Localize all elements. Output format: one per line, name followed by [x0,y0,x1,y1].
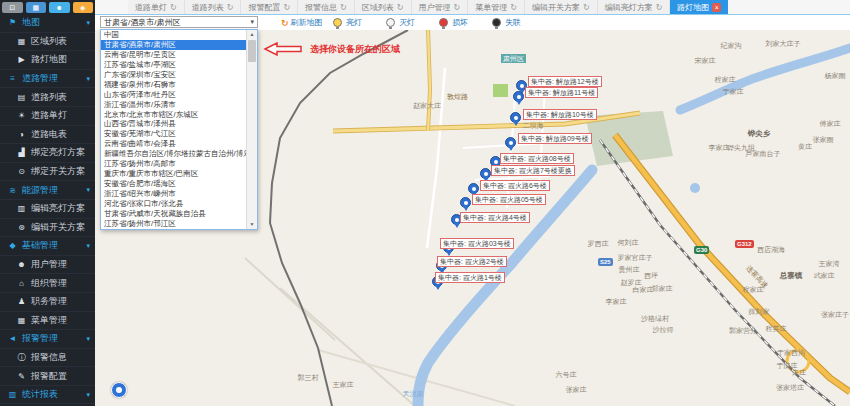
map-marker-label[interactable]: 集中器: 霞火路4号楼 [460,212,530,223]
sidebar-section-basic-mgmt[interactable]: ◆基础管理▾ [0,237,95,256]
map-marker-label[interactable]: 集中器: 霞火路03号楼 [440,238,514,249]
scrollbar-thumb[interactable] [248,40,256,62]
region-option[interactable]: 安徽省/芜湖市/弋江区 [101,129,246,139]
region-option[interactable]: 云南省/昆明市/呈贡区 [101,50,246,60]
region-option[interactable]: 山西省/晋城市/泽州县 [101,119,246,129]
region-option[interactable]: 安徽省/合肥市/瑶海区 [101,179,246,189]
sidebar-item-road-single-light[interactable]: ☀道路单灯 [0,107,95,126]
sidebar-item-edit-switch-plan[interactable]: ⊛编辑开关方案 [0,219,95,238]
region-option[interactable]: 重庆市/重庆市市辖区/巴南区 [101,169,246,179]
refresh-tab-icon[interactable]: ↻ [340,3,347,12]
map-marker-pin[interactable] [510,112,521,123]
sidebar-item-alarm-config[interactable]: ✎报警配置 [0,367,95,386]
map-marker-pin[interactable] [480,168,491,179]
refresh-tab-icon[interactable]: ↻ [583,3,590,12]
village-label: 薛刘家 [749,307,770,317]
map-marker-label[interactable]: 集中器: 解放路11号楼 [525,87,598,98]
tab-alarm-info[interactable]: 报警信息↻ [298,0,355,14]
sidebar-section-energy-mgmt[interactable]: ≋能源管理▾ [0,181,95,200]
map-marker-label[interactable]: 集中器: 霞火路7号楼更换 [491,165,575,176]
region-select[interactable]: 甘肃省/酒泉市/肃州区 ▾ [100,16,258,28]
village-label: 王家庄 [333,380,354,390]
tab-edit-switch-plan[interactable]: 编辑开关方案↻ [525,0,598,14]
sidebar-item-alarm-info[interactable]: ⓘ报警信息 [0,349,95,368]
region-option[interactable]: 江苏省/扬州市/高邮市 [101,159,246,169]
refresh-tab-icon[interactable]: ↻ [656,3,663,12]
region-option[interactable]: 北京市/北京市市辖区/东城区 [101,110,246,120]
map-marker-label[interactable]: 集中器: 霞火路1号楼 [435,272,505,283]
sidebar-section-alarm-mgmt[interactable]: ◄报警管理▾ [0,330,95,349]
village-label: 天洪渠 [403,389,424,399]
refresh-tab-icon[interactable]: ↻ [170,3,177,12]
region-option[interactable]: 新疆维吾尔自治区/博尔塔拉蒙古自治州/博乐市 [101,149,246,159]
grid-button[interactable]: ▦ [26,2,47,13]
region-option[interactable]: 浙江省/绍兴市/嵊州市 [101,189,246,199]
user-button[interactable]: ☻ [49,2,70,13]
tab-alarm-config[interactable]: 报警配置↻ [241,0,298,14]
refresh-tab-icon[interactable]: ↻ [283,3,290,12]
village-label: 武家庄 [814,271,835,281]
region-option[interactable]: 甘肃省/武威市/天祝藏族自治县 [101,209,246,219]
sidebar-section-road-mgmt[interactable]: ≡道路管理▾ [0,70,95,89]
map-marker-pin[interactable] [505,137,516,148]
monitor-button[interactable]: ⊡ [2,2,23,13]
refresh-tab-icon[interactable]: ↻ [227,3,234,12]
tab-streetlight-map[interactable]: 路灯地图× [670,0,728,14]
sidebar-item-road-list[interactable]: ▤道路列表 [0,88,95,107]
region-option[interactable]: 江苏省/扬州市/邗江区 [101,219,246,229]
refresh-tab-icon[interactable]: ↻ [510,3,517,12]
village-label: 张家庄子 [821,310,849,320]
close-icon[interactable]: × [712,3,721,12]
refresh-tab-icon[interactable]: ↻ [454,3,461,12]
shield-button[interactable]: ◈ [73,2,94,13]
tab-region-list[interactable]: 区域列表↻ [355,0,412,14]
region-option[interactable]: 江苏省/盐城市/亭湖区 [101,60,246,70]
sidebar-item-role-mgmt[interactable]: ♟职务管理 [0,293,95,312]
map-marker-pin[interactable] [468,183,479,194]
sidebar-item-menu-mgmt[interactable]: ▦菜单管理 [0,312,95,331]
sidebar-item-edit-light-plan[interactable]: ▥编辑亮灯方案 [0,200,95,219]
sidebar-menu: ⚑地图▾▦区域列表▶路灯地图≡道路管理▾▤道路列表☀道路单灯◑道路电表▟绑定亮灯… [0,14,95,404]
region-option[interactable]: 甘肃省/酒泉市/肃州区 [101,40,246,50]
sidebar-section-map[interactable]: ⚑地图▾ [0,14,95,33]
region-option[interactable]: 福建省/泉州市/石狮市 [101,80,246,90]
refresh-tab-icon[interactable]: ↻ [397,3,404,12]
tab-edit-light-plan[interactable]: 编辑亮灯方案↻ [598,0,671,14]
map-marker-label[interactable]: 集中器: 解放路09号楼 [518,133,592,144]
tab-menu-mgmt[interactable]: 菜单管理↻ [468,0,525,14]
sidebar-item-region-list[interactable]: ▦区域列表 [0,33,95,52]
map-marker-label[interactable]: 集中器: 霞火路05号楼 [472,194,546,205]
tab-road-single-light[interactable]: 道路单灯↻ [128,0,185,14]
sidebar-item-road-meter[interactable]: ◑道路电表 [0,126,95,145]
region-option[interactable]: 广东省/深圳市/宝安区 [101,70,246,80]
map-marker-label[interactable]: 集中器: 解放路10号楼 [523,109,597,120]
sidebar-item-user-mgmt[interactable]: ☻用户管理 [0,256,95,275]
map-provider-logo[interactable] [111,382,127,398]
region-option[interactable]: 云南省/曲靖市/会泽县 [101,139,246,149]
dropdown-scrollbar[interactable]: ▲ ▼ [246,30,257,229]
map-marker-label[interactable]: 集中器: 霞火路2号楼 [437,256,507,267]
region-option[interactable]: 中国 [101,30,246,40]
region-option[interactable]: 河北省/张家口市/张北县 [101,199,246,209]
sidebar-item-org-mgmt[interactable]: ⌂组织管理 [0,274,95,293]
scroll-up-icon[interactable]: ▲ [250,30,255,39]
village-label: 宋家庄 [695,56,716,66]
map-marker-label[interactable]: 集中器: 霞火路08号楼 [500,153,574,164]
region-option[interactable]: 浙江省/温州市/乐清市 [101,100,246,110]
person-icon: ♟ [16,297,27,306]
menu-label: 组织管理 [31,277,67,290]
region-option[interactable]: 山东省/菏泽市/牡丹区 [101,90,246,100]
map-marker-pin[interactable] [460,197,471,208]
sidebar-item-bind-light-plan[interactable]: ▟绑定亮灯方案 [0,144,95,163]
tab-user-mgmt[interactable]: 用户管理↻ [412,0,469,14]
village-label: 杨家圈 [825,71,846,81]
sidebar-item-bind-switch-plan[interactable]: ⊙绑定开关方案 [0,163,95,182]
map-marker-label[interactable]: 集中器: 解放路12号楼 [528,76,602,87]
sidebar-section-stats-report[interactable]: ▥统计报表▾ [0,386,95,405]
map-marker-pin[interactable] [513,91,524,102]
sidebar-item-streetlight-map[interactable]: ▶路灯地图 [0,51,95,70]
refresh-map-button[interactable]: ↻ 刷新地图 [281,17,323,28]
map-marker-label[interactable]: 集中器: 霞火路6号楼 [480,180,550,191]
scroll-down-icon[interactable]: ▼ [250,220,255,229]
tab-road-list[interactable]: 道路列表↻ [185,0,242,14]
